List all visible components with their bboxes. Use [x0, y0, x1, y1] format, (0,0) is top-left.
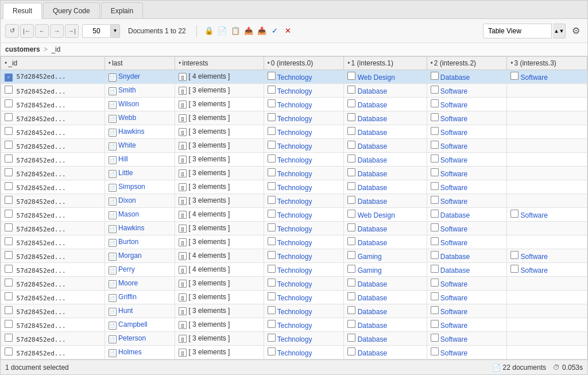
table-row[interactable]: 57d28452ed...📄 White[] [ 3 elements ] Te…: [1, 139, 587, 153]
last-name-value[interactable]: Snyder: [118, 72, 140, 80]
row-select-icon[interactable]: [5, 251, 13, 259]
last-name-value[interactable]: Hawkins: [118, 127, 144, 136]
interest-icon-2: [431, 306, 439, 314]
table-row[interactable]: 57d28452ed...📄 Hill[] [ 3 elements ] Tec…: [1, 153, 587, 167]
table-row[interactable]: 57d28452ed...📄 Smith[] [ 3 elements ] Te…: [1, 84, 587, 98]
row-select-icon[interactable]: [5, 265, 13, 273]
last-name-value[interactable]: Dixon: [118, 196, 136, 204]
view-dropdown-arrow[interactable]: ▲▼: [553, 24, 566, 38]
row-select-icon[interactable]: [5, 127, 13, 135]
last-name-value[interactable]: Smith: [118, 86, 136, 94]
tab-query-code[interactable]: Query Code: [43, 2, 100, 18]
last-name-value[interactable]: Burton: [118, 238, 138, 246]
last-name-value[interactable]: Griffin: [118, 293, 137, 301]
row-select-icon[interactable]: [5, 154, 13, 163]
cell-last: 📄 Peterson: [105, 332, 175, 346]
row-select-icon[interactable]: [5, 196, 13, 204]
settings-button[interactable]: ⚙: [569, 24, 583, 38]
row-select-icon[interactable]: [5, 306, 13, 314]
prev-button[interactable]: ←: [35, 24, 49, 38]
last-name-value[interactable]: White: [118, 141, 136, 149]
row-select-icon[interactable]: [5, 320, 13, 328]
interest-icon-1: [347, 210, 355, 218]
row-select-icon[interactable]: [5, 292, 13, 300]
export-icon[interactable]: 📤: [242, 25, 255, 37]
cell-interest-3: Software: [507, 208, 587, 222]
table-row[interactable]: 57d28452ed...📄 Dixon[] [ 3 elements ] Te…: [1, 194, 587, 208]
last-name-value[interactable]: Peterson: [118, 334, 146, 342]
add-document-icon[interactable]: 📄: [216, 25, 229, 37]
last-name-value[interactable]: Hunt: [118, 307, 133, 315]
last-name-value[interactable]: Perry: [118, 265, 135, 273]
row-select-icon[interactable]: [5, 113, 13, 121]
last-name-value[interactable]: Campbell: [118, 320, 148, 328]
row-select-icon[interactable]: [5, 99, 13, 107]
cell-interest-0: Technology: [264, 125, 344, 139]
status-doc-count: 📄 22 documents: [492, 364, 546, 372]
table-row[interactable]: 57d28452ed...📄 Perry[] [ 4 elements ] Te…: [1, 263, 587, 277]
cell-interest-2: Software: [427, 180, 507, 194]
table-row[interactable]: 57d28452ed...📄 Webb[] [ 3 elements ] Tec…: [1, 111, 587, 125]
row-select-icon[interactable]: [5, 86, 13, 94]
table-row[interactable]: 57d28452ed...📄 Hawkins[] [ 3 elements ] …: [1, 125, 587, 139]
interest-icon-2: [431, 265, 439, 273]
table-row[interactable]: 57d28452ed...📄 Griffin[] [ 3 elements ] …: [1, 291, 587, 304]
table-row[interactable]: 57d28452ed...📄 Peterson[] [ 3 elements ]…: [1, 332, 587, 346]
last-name-value[interactable]: Hill: [118, 155, 128, 163]
import-icon[interactable]: 📥: [256, 25, 268, 37]
row-select-icon[interactable]: [5, 223, 13, 231]
table-row[interactable]: 57d28452ed...📄 Hunt[] [ 3 elements ] Tec…: [1, 304, 587, 318]
check-icon[interactable]: ✓: [269, 25, 281, 37]
table-row[interactable]: 57d28452ed...📄 Campbell[] [ 3 elements ]…: [1, 318, 587, 332]
row-select-icon[interactable]: [5, 347, 13, 355]
id-value: 57d28452ed...: [13, 239, 66, 247]
row-select-icon[interactable]: [5, 210, 13, 218]
table-row[interactable]: 57d28452ed...📄 Wilson[] [ 3 elements ] T…: [1, 98, 587, 111]
last-name-value[interactable]: Wilson: [118, 100, 139, 108]
table-row[interactable]: 57d28452ed...📄 Hawkins[] [ 3 elements ] …: [1, 222, 587, 235]
doc-type-icon: 📄: [109, 156, 117, 164]
last-name-value[interactable]: Moore: [118, 279, 138, 287]
last-name-value[interactable]: Simpson: [118, 183, 145, 191]
table-row[interactable]: 57d28452ed...📄 Burton[] [ 3 elements ] T…: [1, 235, 587, 249]
cell-interest-1: Database: [344, 346, 427, 359]
table-row[interactable]: 57d28452ed...📄 Morgan[] [ 4 elements ] T…: [1, 249, 587, 263]
row-select-icon[interactable]: [5, 141, 13, 149]
lock-icon[interactable]: 🔒: [203, 25, 215, 37]
cell-interests: [] [ 3 elements ]: [175, 318, 264, 332]
refresh-button[interactable]: ↺: [5, 24, 19, 38]
delete-icon[interactable]: ✕: [282, 25, 295, 37]
row-select-icon[interactable]: [5, 182, 13, 190]
table-row[interactable]: 57d28452ed...📄 Holmes[] [ 3 elements ] T…: [1, 346, 587, 359]
row-select-icon[interactable]: [5, 279, 13, 287]
last-name-value[interactable]: Mason: [118, 210, 139, 218]
table-container[interactable]: •_id •last •interests •0 (interests.0) •…: [1, 56, 587, 359]
tab-explain[interactable]: Explain: [101, 2, 143, 18]
table-row[interactable]: 57d28452ed...📄 Simpson[] [ 3 elements ] …: [1, 180, 587, 194]
tab-result[interactable]: Result: [3, 3, 42, 19]
cell-interest-3: [507, 125, 587, 139]
row-select-icon[interactable]: [5, 168, 13, 176]
next-button[interactable]: →: [50, 24, 64, 38]
first-button[interactable]: |←: [20, 24, 34, 38]
row-select-icon[interactable]: ✓: [5, 74, 13, 82]
row-select-icon[interactable]: [5, 237, 13, 245]
limit-dropdown[interactable]: ▼: [111, 24, 120, 38]
table-row[interactable]: 57d28452ed...📄 Moore[] [ 3 elements ] Te…: [1, 277, 587, 291]
cell-interest-0: Technology: [264, 332, 344, 346]
row-select-icon[interactable]: [5, 334, 13, 342]
table-row[interactable]: 57d28452ed...📄 Mason[] [ 4 elements ] Te…: [1, 208, 587, 222]
last-name-value[interactable]: Little: [118, 169, 133, 177]
limit-input[interactable]: 50: [82, 24, 111, 38]
last-name-value[interactable]: Hawkins: [118, 224, 144, 232]
view-dropdown[interactable]: Table View JSON View Tree View: [483, 24, 552, 38]
last-name-value[interactable]: Holmes: [118, 348, 142, 356]
breadcrumb-collection[interactable]: customers: [5, 45, 40, 53]
table-row[interactable]: ✓ 57d28452ed...📄 Snyder[] [ 4 elements ]…: [1, 70, 587, 84]
last-button[interactable]: →|: [65, 24, 79, 38]
table-row[interactable]: 57d28452ed...📄 Little[] [ 3 elements ] T…: [1, 167, 587, 180]
copy-icon[interactable]: 📋: [229, 25, 242, 37]
last-name-value[interactable]: Webb: [118, 114, 136, 122]
id-value: 57d28452ed...: [13, 267, 66, 275]
last-name-value[interactable]: Morgan: [118, 252, 142, 260]
